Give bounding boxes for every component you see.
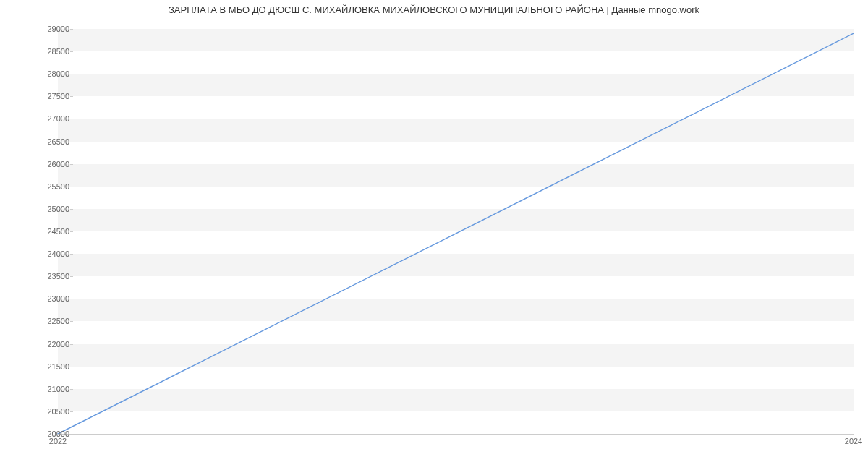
y-tick-label: 27500 <box>26 92 69 101</box>
y-tick-label: 28500 <box>26 47 69 56</box>
y-tick-label: 26500 <box>26 137 69 146</box>
y-tick-label: 22000 <box>26 340 69 349</box>
y-tick-label: 22500 <box>26 317 69 325</box>
plot-area <box>58 29 854 434</box>
line-series <box>58 29 854 434</box>
y-tick-label: 24000 <box>26 249 69 258</box>
y-tick-label: 29000 <box>26 25 69 33</box>
x-tick-label: 2024 <box>845 437 862 445</box>
y-tick-label: 25000 <box>26 205 69 213</box>
y-tick-label: 24500 <box>26 227 69 236</box>
y-tick-label: 23500 <box>26 272 69 281</box>
y-tick-label: 21000 <box>26 385 69 393</box>
y-tick-label: 20500 <box>26 407 69 416</box>
y-tick-label: 23000 <box>26 294 69 303</box>
chart-title: ЗАРПЛАТА В МБО ДО ДЮСШ С. МИХАЙЛОВКА МИХ… <box>0 4 868 15</box>
x-axis-line <box>58 434 854 435</box>
y-tick-label: 25500 <box>26 182 69 191</box>
chart-container: ЗАРПЛАТА В МБО ДО ДЮСШ С. МИХАЙЛОВКА МИХ… <box>0 0 868 470</box>
y-tick-label: 28000 <box>26 69 69 78</box>
x-tick-label: 2022 <box>49 437 67 445</box>
y-tick-label: 27000 <box>26 114 69 123</box>
y-tick-label: 26000 <box>26 160 69 168</box>
y-tick-label: 21500 <box>26 362 69 371</box>
